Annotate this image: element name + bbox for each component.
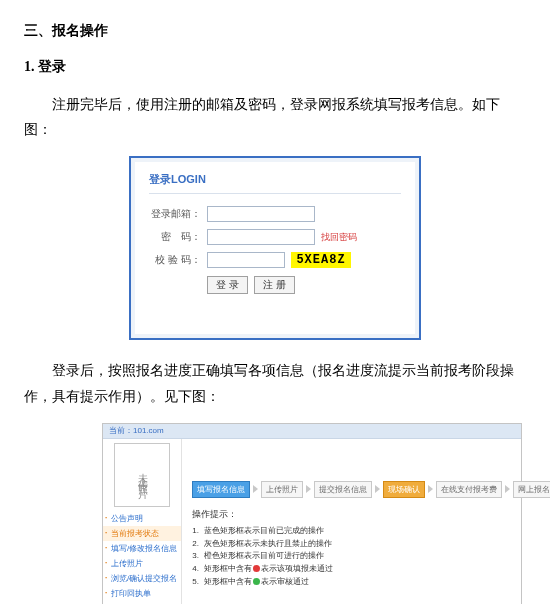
flow-step[interactable]: 现场确认 (383, 481, 425, 498)
flow-step[interactable]: 提交报名信息 (314, 481, 372, 498)
login-button[interactable]: 登 录 (207, 276, 248, 294)
sidebar-item-label: 当前报考状态 (111, 529, 159, 538)
paragraph-progress-intro: 登录后，按照报名进度正确填写各项信息（报名进度流提示当前报考阶段操作，具有提示作… (24, 358, 526, 408)
progress-topbar: 当前：101.com (103, 424, 521, 439)
sidebar-item-label: 上传照片 (111, 559, 143, 568)
tip-item: 1.蓝色矩形框表示目前已完成的操作 (192, 525, 550, 538)
captcha-image: 5XEA8Z (291, 252, 351, 268)
password-field[interactable] (207, 229, 315, 245)
sidebar-item[interactable]: 打印回执单 (103, 586, 181, 601)
section-heading: 三、报名操作 (24, 22, 526, 40)
progress-main: 填写报名信息上传照片提交报名信息现场确认在线支付报考费网上报名完成 操作提示： … (182, 439, 550, 604)
tip-item: 3.橙色矩形框表示目前可进行的操作 (192, 550, 550, 563)
sidebar-list: 公告声明当前报考状态填写/修改报名信息上传照片浏览/确认提交报名打印回执单查看报… (103, 511, 181, 604)
progress-sidebar: 未上传照片 公告声明当前报考状态填写/修改报名信息上传照片浏览/确认提交报名打印… (103, 439, 182, 604)
flow-arrow-icon (375, 485, 380, 493)
paragraph-login-intro: 注册完毕后，使用注册的邮箱及密码，登录网报系统填写报考信息。如下图： (24, 92, 526, 142)
sidebar-item-label: 打印回执单 (111, 589, 151, 598)
progress-screenshot: 当前：101.com 未上传照片 公告声明当前报考状态填写/修改报名信息上传照片… (102, 423, 522, 604)
progress-flow: 填写报名信息上传照片提交报名信息现场确认在线支付报考费网上报名完成 (192, 481, 550, 498)
flow-step[interactable]: 填写报名信息 (192, 481, 250, 498)
status-dot-green (253, 578, 260, 585)
login-title: 登录LOGIN (149, 172, 401, 194)
label-email: 登录邮箱： (149, 207, 201, 221)
email-field[interactable] (207, 206, 315, 222)
flow-arrow-icon (428, 485, 433, 493)
tip-item: 5.矩形框中含有表示审核通过 (192, 576, 550, 589)
tips-title: 操作提示： (192, 508, 550, 521)
tips-list: 1.蓝色矩形框表示目前已完成的操作2.灰色矩形框表示未执行且禁止的操作3.橙色矩… (192, 525, 550, 589)
sidebar-item-label: 公告声明 (111, 514, 143, 523)
captcha-field[interactable] (207, 252, 285, 268)
sidebar-item-label: 浏览/确认提交报名 (111, 574, 177, 583)
find-password-link[interactable]: 找回密码 (321, 231, 357, 244)
tip-item: 2.灰色矩形框表示未执行且禁止的操作 (192, 538, 550, 551)
register-button[interactable]: 注 册 (254, 276, 295, 294)
flow-arrow-icon (505, 485, 510, 493)
sidebar-item[interactable]: 浏览/确认提交报名 (103, 571, 181, 586)
flow-step[interactable]: 在线支付报考费 (436, 481, 502, 498)
sidebar-item[interactable]: 公告声明 (103, 511, 181, 526)
photo-slot: 未上传照片 (114, 443, 170, 507)
flow-step[interactable]: 上传照片 (261, 481, 303, 498)
login-screenshot: 登录LOGIN 登录邮箱： 密 码： 找回密码 校 验 码： 5XEA8Z 登 … (129, 156, 421, 340)
login-panel: 登录LOGIN 登录邮箱： 密 码： 找回密码 校 验 码： 5XEA8Z 登 … (135, 162, 415, 334)
label-captcha: 校 验 码： (149, 253, 201, 267)
status-dot-red (253, 565, 260, 572)
flow-arrow-icon (306, 485, 311, 493)
sidebar-item[interactable]: 上传照片 (103, 556, 181, 571)
tip-item: 4.矩形框中含有表示该项填报未通过 (192, 563, 550, 576)
sidebar-item-label: 填写/修改报名信息 (111, 544, 177, 553)
login-title-text: 登录LOGIN (149, 172, 206, 187)
sidebar-item[interactable]: 当前报考状态 (103, 526, 181, 541)
sub-heading-login: 1. 登录 (24, 58, 526, 76)
flow-arrow-icon (253, 485, 258, 493)
flow-step[interactable]: 网上报名完成 (513, 481, 550, 498)
sidebar-item[interactable]: 填写/修改报名信息 (103, 541, 181, 556)
label-password: 密 码： (149, 230, 201, 244)
